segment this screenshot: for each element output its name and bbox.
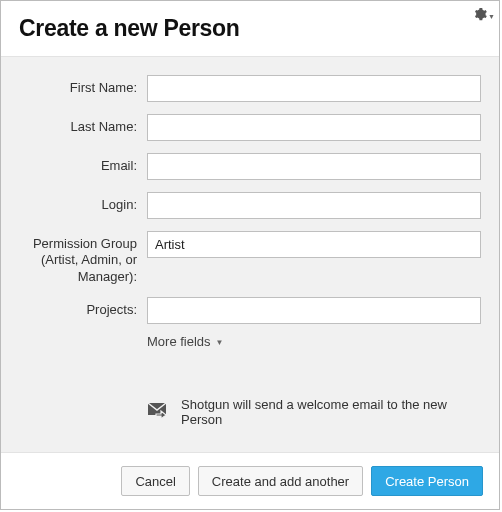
field-row-projects: Projects: — [19, 297, 481, 324]
more-fields-toggle[interactable]: More fields ▼ — [147, 334, 224, 349]
dialog-header: Create a new Person ▼ — [1, 1, 499, 56]
create-person-button[interactable]: Create Person — [371, 466, 483, 496]
label-permission-group: Permission Group (Artist, Admin, or Mana… — [19, 231, 147, 285]
label-last-name: Last Name: — [19, 114, 147, 135]
dialog-footer: Cancel Create and add another Create Per… — [1, 453, 499, 509]
mail-forward-icon — [147, 402, 171, 422]
last-name-input[interactable] — [147, 114, 481, 141]
cancel-button[interactable]: Cancel — [121, 466, 189, 496]
first-name-input[interactable] — [147, 75, 481, 102]
create-person-dialog: Create a new Person ▼ First Name: Last N… — [0, 0, 500, 510]
email-input[interactable] — [147, 153, 481, 180]
welcome-email-notice: Shotgun will send a welcome email to the… — [19, 397, 481, 427]
label-login: Login: — [19, 192, 147, 213]
field-row-first-name: First Name: — [19, 75, 481, 102]
projects-input[interactable] — [147, 297, 481, 324]
field-row-last-name: Last Name: — [19, 114, 481, 141]
login-input[interactable] — [147, 192, 481, 219]
field-row-email: Email: — [19, 153, 481, 180]
gear-icon[interactable] — [473, 7, 489, 23]
label-email: Email: — [19, 153, 147, 174]
create-and-add-another-button[interactable]: Create and add another — [198, 466, 363, 496]
field-row-login: Login: — [19, 192, 481, 219]
more-fields-label: More fields — [147, 334, 211, 349]
label-projects: Projects: — [19, 297, 147, 318]
permission-group-input[interactable] — [147, 231, 481, 258]
field-row-permission-group: Permission Group (Artist, Admin, or Mana… — [19, 231, 481, 285]
label-first-name: First Name: — [19, 75, 147, 96]
dialog-title: Create a new Person — [19, 15, 481, 42]
notice-text: Shotgun will send a welcome email to the… — [181, 397, 481, 427]
gear-dropdown-caret: ▼ — [488, 13, 495, 20]
chevron-down-icon: ▼ — [216, 338, 224, 347]
more-fields-row: More fields ▼ — [19, 334, 481, 349]
dialog-body: First Name: Last Name: Email: Login: Per… — [1, 56, 499, 453]
